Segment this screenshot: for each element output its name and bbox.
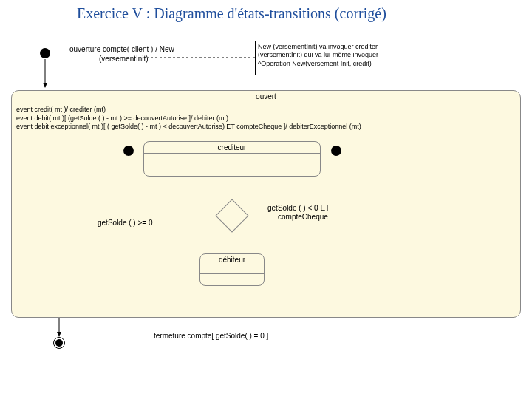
guard-left: getSolde ( ) >= 0 xyxy=(98,219,153,227)
final-state-icon xyxy=(53,337,65,349)
state-debiteur-title: débiteur xyxy=(219,256,245,264)
note-box: New (versementInit) va invoquer crediter… xyxy=(255,41,406,75)
state-crediteur: crediteur xyxy=(143,141,321,177)
close-transition-label: fermeture compte[ getSolde( ) = 0 ] xyxy=(154,332,268,340)
divider xyxy=(200,265,264,265)
divider xyxy=(144,153,320,154)
initial-state-icon xyxy=(40,48,50,58)
note-line2: (versementInit) qui va lui-même invoquer xyxy=(258,51,403,59)
divider xyxy=(200,273,264,274)
top-transition-label: ouverture compte( client ) / New (versem… xyxy=(69,44,174,64)
guard-right: getSolde ( ) < 0 ET compteCheque xyxy=(267,204,330,222)
inner-initial-left-icon xyxy=(123,146,134,156)
note-line1: New (versementInit) va invoquer crediter xyxy=(258,43,403,51)
guard-right-line1: getSolde ( ) < 0 ET xyxy=(267,204,330,212)
state-debiteur: débiteur xyxy=(200,253,265,286)
page-title: Exercice V : Diagramme d'états-transitio… xyxy=(77,5,386,22)
state-ouvert-events: event credit( mt )/ crediter (mt) event … xyxy=(16,106,361,132)
top-transition-line2: (versementInit) xyxy=(99,55,149,63)
state-ouvert: ouvert event credit( mt )/ crediter (mt)… xyxy=(11,90,521,318)
divider xyxy=(12,132,520,132)
note-line3: ^Operation New(versement Init, credit) xyxy=(258,60,403,68)
state-crediteur-title: crediteur xyxy=(218,143,247,151)
state-ouvert-title: ouvert xyxy=(256,92,276,100)
event-credit: event credit( mt )/ crediter (mt) xyxy=(16,106,106,113)
divider xyxy=(12,103,520,103)
top-transition-line1: ouverture compte( client ) / New xyxy=(69,45,174,53)
inner-initial-right-icon xyxy=(331,146,341,156)
guard-right-line2: compteCheque xyxy=(278,213,328,221)
divider xyxy=(144,163,320,163)
event-debit-exceptionnel: event debit exceptionnel( mt )[ ( getSol… xyxy=(16,123,361,130)
event-debit: event debit( mt )[ (getSolde ( ) - mt ) … xyxy=(16,115,228,122)
